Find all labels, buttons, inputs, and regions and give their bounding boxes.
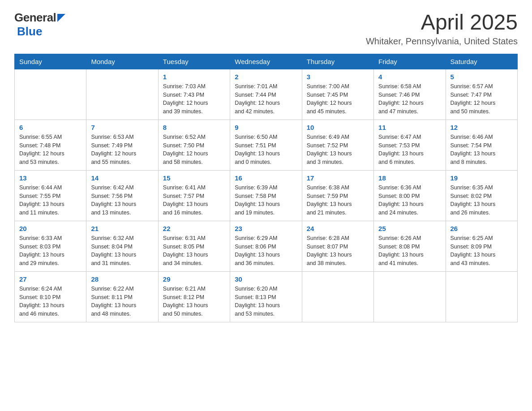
day-info: Sunrise: 6:52 AM Sunset: 7:50 PM Dayligh… (163, 133, 225, 167)
day-number: 5 (450, 73, 513, 81)
day-info: Sunrise: 6:39 AM Sunset: 7:58 PM Dayligh… (235, 184, 297, 217)
calendar-day-cell: 28Sunrise: 6:22 AM Sunset: 8:11 PM Dayli… (86, 271, 158, 322)
logo: General Blue (14, 11, 66, 39)
day-number: 18 (378, 174, 441, 182)
day-number: 27 (19, 275, 82, 283)
calendar-day-cell (86, 69, 158, 120)
logo-general-text: General (14, 11, 56, 25)
day-info: Sunrise: 6:57 AM Sunset: 7:47 PM Dayligh… (450, 82, 513, 116)
logo-blue-text: Blue (17, 25, 42, 39)
day-number: 3 (307, 73, 369, 81)
day-info: Sunrise: 6:50 AM Sunset: 7:51 PM Dayligh… (235, 133, 297, 167)
calendar-day-cell: 11Sunrise: 6:47 AM Sunset: 7:53 PM Dayli… (374, 120, 446, 170)
calendar-day-cell: 10Sunrise: 6:49 AM Sunset: 7:52 PM Dayli… (302, 120, 373, 170)
day-info: Sunrise: 6:42 AM Sunset: 7:56 PM Dayligh… (91, 184, 153, 217)
day-info: Sunrise: 7:03 AM Sunset: 7:43 PM Dayligh… (163, 82, 225, 116)
day-number: 28 (91, 275, 153, 283)
day-info: Sunrise: 7:01 AM Sunset: 7:44 PM Dayligh… (235, 82, 297, 116)
day-info: Sunrise: 6:22 AM Sunset: 8:11 PM Dayligh… (91, 285, 153, 318)
page-title: April 2025 (366, 11, 518, 34)
day-info: Sunrise: 6:33 AM Sunset: 8:03 PM Dayligh… (19, 234, 82, 268)
calendar-day-cell: 18Sunrise: 6:36 AM Sunset: 8:00 PM Dayli… (374, 170, 446, 221)
calendar-day-header: Friday (374, 54, 446, 69)
day-number: 4 (378, 73, 441, 81)
calendar-day-cell: 6Sunrise: 6:55 AM Sunset: 7:48 PM Daylig… (15, 120, 86, 170)
day-number: 13 (19, 174, 82, 182)
logo-triangle-icon (57, 14, 66, 23)
calendar-day-header: Thursday (302, 54, 373, 69)
day-info: Sunrise: 6:25 AM Sunset: 8:09 PM Dayligh… (450, 234, 513, 268)
day-number: 25 (378, 225, 441, 232)
calendar-day-cell: 8Sunrise: 6:52 AM Sunset: 7:50 PM Daylig… (158, 120, 230, 170)
day-info: Sunrise: 6:32 AM Sunset: 8:04 PM Dayligh… (91, 234, 153, 268)
day-number: 23 (235, 225, 297, 232)
calendar-day-cell: 24Sunrise: 6:28 AM Sunset: 8:07 PM Dayli… (302, 221, 373, 271)
day-info: Sunrise: 6:49 AM Sunset: 7:52 PM Dayligh… (307, 133, 369, 167)
calendar-day-header: Saturday (446, 54, 517, 69)
day-info: Sunrise: 6:26 AM Sunset: 8:08 PM Dayligh… (378, 234, 441, 268)
calendar-week-row: 27Sunrise: 6:24 AM Sunset: 8:10 PM Dayli… (15, 271, 518, 322)
day-info: Sunrise: 6:46 AM Sunset: 7:54 PM Dayligh… (450, 133, 513, 167)
day-number: 11 (378, 124, 441, 131)
calendar-day-cell (302, 271, 373, 322)
day-number: 7 (91, 124, 153, 131)
day-info: Sunrise: 6:35 AM Sunset: 8:02 PM Dayligh… (450, 184, 513, 217)
calendar-day-cell: 17Sunrise: 6:38 AM Sunset: 7:59 PM Dayli… (302, 170, 373, 221)
calendar-day-cell: 3Sunrise: 7:00 AM Sunset: 7:45 PM Daylig… (302, 69, 373, 120)
calendar-table: SundayMondayTuesdayWednesdayThursdayFrid… (14, 54, 518, 322)
calendar-day-cell: 12Sunrise: 6:46 AM Sunset: 7:54 PM Dayli… (446, 120, 517, 170)
day-info: Sunrise: 6:47 AM Sunset: 7:53 PM Dayligh… (378, 133, 441, 167)
day-info: Sunrise: 6:24 AM Sunset: 8:10 PM Dayligh… (19, 285, 82, 318)
day-number: 20 (19, 225, 82, 232)
calendar-day-cell: 19Sunrise: 6:35 AM Sunset: 8:02 PM Dayli… (446, 170, 517, 221)
day-info: Sunrise: 6:58 AM Sunset: 7:46 PM Dayligh… (378, 82, 441, 116)
calendar-day-cell (15, 69, 86, 120)
day-number: 15 (163, 174, 225, 182)
day-number: 19 (450, 174, 513, 182)
day-number: 29 (163, 275, 225, 283)
calendar-day-cell: 1Sunrise: 7:03 AM Sunset: 7:43 PM Daylig… (158, 69, 230, 120)
page-header: General Blue April 2025 Whitaker, Pennsy… (14, 11, 518, 47)
calendar-day-cell: 16Sunrise: 6:39 AM Sunset: 7:58 PM Dayli… (230, 170, 302, 221)
day-number: 17 (307, 174, 369, 182)
calendar-day-cell: 14Sunrise: 6:42 AM Sunset: 7:56 PM Dayli… (86, 170, 158, 221)
day-number: 26 (450, 225, 513, 232)
calendar-week-row: 6Sunrise: 6:55 AM Sunset: 7:48 PM Daylig… (15, 120, 518, 170)
day-number: 2 (235, 73, 297, 81)
day-info: Sunrise: 6:21 AM Sunset: 8:12 PM Dayligh… (163, 285, 225, 318)
day-info: Sunrise: 6:29 AM Sunset: 8:06 PM Dayligh… (235, 234, 297, 268)
calendar-day-cell: 4Sunrise: 6:58 AM Sunset: 7:46 PM Daylig… (374, 69, 446, 120)
calendar-day-cell: 9Sunrise: 6:50 AM Sunset: 7:51 PM Daylig… (230, 120, 302, 170)
calendar-day-header: Sunday (15, 54, 86, 69)
page-subtitle: Whitaker, Pennsylvania, United States (366, 36, 518, 47)
calendar-day-header: Wednesday (230, 54, 302, 69)
calendar-day-cell (446, 271, 517, 322)
calendar-day-cell: 25Sunrise: 6:26 AM Sunset: 8:08 PM Dayli… (374, 221, 446, 271)
calendar-day-cell: 27Sunrise: 6:24 AM Sunset: 8:10 PM Dayli… (15, 271, 86, 322)
calendar-day-cell: 23Sunrise: 6:29 AM Sunset: 8:06 PM Dayli… (230, 221, 302, 271)
calendar-week-row: 13Sunrise: 6:44 AM Sunset: 7:55 PM Dayli… (15, 170, 518, 221)
day-number: 22 (163, 225, 225, 232)
calendar-day-cell: 7Sunrise: 6:53 AM Sunset: 7:49 PM Daylig… (86, 120, 158, 170)
calendar-week-row: 20Sunrise: 6:33 AM Sunset: 8:03 PM Dayli… (15, 221, 518, 271)
day-number: 16 (235, 174, 297, 182)
calendar-day-cell: 5Sunrise: 6:57 AM Sunset: 7:47 PM Daylig… (446, 69, 517, 120)
calendar-day-cell: 30Sunrise: 6:20 AM Sunset: 8:13 PM Dayli… (230, 271, 302, 322)
day-number: 24 (307, 225, 369, 232)
calendar-day-header: Tuesday (158, 54, 230, 69)
day-info: Sunrise: 6:41 AM Sunset: 7:57 PM Dayligh… (163, 184, 225, 217)
day-info: Sunrise: 6:31 AM Sunset: 8:05 PM Dayligh… (163, 234, 225, 268)
calendar-day-cell: 29Sunrise: 6:21 AM Sunset: 8:12 PM Dayli… (158, 271, 230, 322)
day-number: 14 (91, 174, 153, 182)
calendar-day-cell: 20Sunrise: 6:33 AM Sunset: 8:03 PM Dayli… (15, 221, 86, 271)
day-number: 10 (307, 124, 369, 131)
calendar-day-cell: 2Sunrise: 7:01 AM Sunset: 7:44 PM Daylig… (230, 69, 302, 120)
day-info: Sunrise: 6:36 AM Sunset: 8:00 PM Dayligh… (378, 184, 441, 217)
day-number: 6 (19, 124, 82, 131)
calendar-day-cell: 21Sunrise: 6:32 AM Sunset: 8:04 PM Dayli… (86, 221, 158, 271)
calendar-day-cell: 26Sunrise: 6:25 AM Sunset: 8:09 PM Dayli… (446, 221, 517, 271)
calendar-week-row: 1Sunrise: 7:03 AM Sunset: 7:43 PM Daylig… (15, 69, 518, 120)
day-number: 9 (235, 124, 297, 131)
svg-marker-0 (57, 14, 65, 22)
calendar-day-cell (374, 271, 446, 322)
